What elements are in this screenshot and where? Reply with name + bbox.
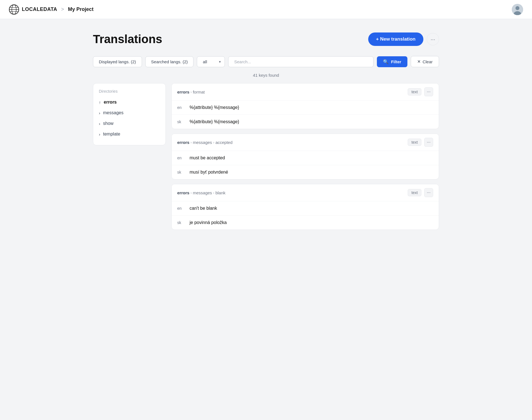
table-row[interactable]: sk%{attribute} %{message}	[172, 115, 439, 129]
path-segment: ›	[190, 140, 192, 144]
card-header-right: text···	[408, 87, 433, 96]
path-segment: blank	[215, 190, 225, 195]
svg-point-6	[515, 6, 519, 10]
breadcrumb-separator: >	[61, 6, 64, 12]
lang-badge: en	[177, 156, 185, 160]
lang-badge: sk	[177, 120, 185, 124]
project-name: My Project	[68, 6, 94, 12]
more-options-button[interactable]: ···	[427, 33, 439, 45]
sidebar-item-messages[interactable]: › messages	[93, 108, 165, 118]
translation-card: errors›messages›blanktext···encan't be b…	[171, 184, 439, 230]
new-translation-button[interactable]: + New translation	[368, 32, 423, 46]
filters-bar: Displayed langs. (2) Searched langs. (2)…	[93, 56, 439, 67]
sidebar-item-show[interactable]: › show	[93, 118, 165, 129]
card-header: errors›formattext···	[172, 83, 439, 101]
sidebar-item-label: messages	[103, 110, 123, 115]
sidebar-item-label: errors	[104, 100, 117, 105]
all-filter-wrap: all ▾	[197, 56, 225, 67]
translation-value: must be accepted	[190, 155, 433, 160]
path-segment: ›	[190, 90, 192, 94]
table-row[interactable]: enmust be accepted	[172, 151, 439, 165]
translation-value: je povinná položka	[190, 220, 433, 225]
directories-title: Directories	[93, 89, 165, 97]
brand-name: LOCALEDATA	[22, 6, 57, 12]
translation-card: errors›messages›acceptedtext···enmust be…	[171, 134, 439, 179]
search-input[interactable]	[228, 56, 374, 67]
filter-label: Filter	[391, 59, 401, 64]
card-path: errors›messages›blank	[177, 190, 225, 195]
table-row[interactable]: skmusí byť potvrdené	[172, 165, 439, 179]
table-row[interactable]: encan't be blank	[172, 201, 439, 216]
path-segment-bold: errors	[177, 90, 189, 94]
displayed-langs-filter[interactable]: Displayed langs. (2)	[93, 56, 142, 67]
path-segment-bold: errors	[177, 140, 189, 145]
card-header: errors›messages›acceptedtext···	[172, 134, 439, 151]
path-segment: ›	[190, 191, 192, 195]
card-header-right: text···	[408, 138, 433, 147]
up-arrow-icon: ↑	[99, 100, 101, 105]
searched-langs-filter[interactable]: Searched langs. (2)	[145, 56, 194, 67]
card-more-button[interactable]: ···	[424, 188, 433, 197]
lang-badge: sk	[177, 220, 185, 225]
search-wrap	[228, 56, 374, 67]
content-layout: Directories ↑ errors › messages › show ›…	[93, 83, 439, 230]
card-more-button[interactable]: ···	[424, 138, 433, 147]
avatar[interactable]	[512, 4, 523, 15]
translation-value: %{attribute} %{message}	[190, 105, 433, 110]
translation-value: musí byť potvrdené	[190, 170, 433, 175]
card-path: errors›messages›accepted	[177, 140, 232, 145]
table-row[interactable]: skje povinná položka	[172, 216, 439, 230]
sidebar-item-label: show	[103, 121, 113, 126]
path-segment: messages	[193, 190, 212, 195]
path-segment: accepted	[215, 140, 232, 145]
path-segment: messages	[193, 140, 212, 145]
path-segment: ›	[213, 140, 214, 144]
all-filter-select[interactable]: all	[197, 56, 225, 67]
page-header: Translations + New translation ···	[93, 32, 439, 46]
clear-button[interactable]: ✕ Clear	[411, 56, 439, 67]
app-header: LOCALEDATA > My Project	[0, 0, 532, 19]
lang-badge: sk	[177, 170, 185, 174]
chevron-right-icon: ›	[99, 121, 100, 126]
card-header: errors›messages›blanktext···	[172, 184, 439, 201]
chevron-right-icon: ›	[99, 111, 100, 115]
filter-button[interactable]: 🔍 Filter	[377, 56, 407, 67]
avatar-image	[512, 4, 523, 15]
path-segment: ›	[213, 191, 214, 195]
translation-card: errors›formattext···en%{attribute} %{mes…	[171, 83, 439, 129]
card-path: errors›format	[177, 90, 205, 94]
translation-value: %{attribute} %{message}	[190, 119, 433, 124]
page-title: Translations	[93, 32, 162, 46]
lang-badge: en	[177, 105, 185, 110]
keys-found: 41 keys found	[93, 73, 439, 78]
search-icon: 🔍	[383, 59, 389, 64]
sidebar-item-label: template	[103, 132, 120, 137]
path-segment: format	[193, 90, 205, 94]
type-badge: text	[408, 88, 421, 95]
page-header-actions: + New translation ···	[368, 32, 439, 46]
header-left: LOCALEDATA > My Project	[9, 4, 94, 15]
type-badge: text	[408, 139, 421, 146]
sidebar-item-errors[interactable]: ↑ errors	[93, 97, 165, 108]
card-header-right: text···	[408, 188, 433, 197]
main-content: Translations + New translation ··· Displ…	[84, 19, 448, 243]
clear-label: Clear	[423, 59, 433, 64]
table-row[interactable]: en%{attribute} %{message}	[172, 101, 439, 115]
x-icon: ✕	[417, 59, 421, 64]
translations-list: errors›formattext···en%{attribute} %{mes…	[171, 83, 439, 230]
type-badge: text	[408, 189, 421, 196]
chevron-right-icon: ›	[99, 132, 100, 137]
path-segment-bold: errors	[177, 190, 189, 195]
directories-panel: Directories ↑ errors › messages › show ›…	[93, 83, 166, 145]
sidebar-item-template[interactable]: › template	[93, 129, 165, 139]
card-more-button[interactable]: ···	[424, 87, 433, 96]
globe-icon	[9, 4, 19, 15]
lang-badge: en	[177, 206, 185, 211]
translation-value: can't be blank	[190, 206, 433, 211]
